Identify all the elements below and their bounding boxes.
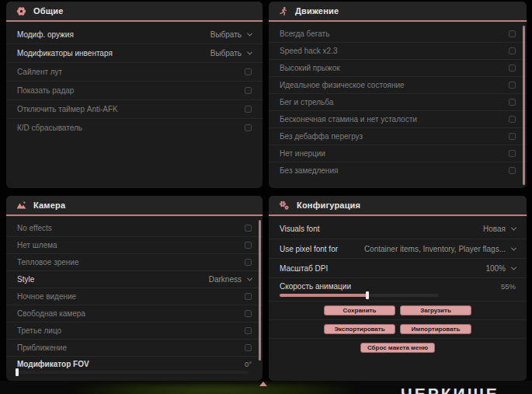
setting-label: К/D сбрасыватель — [17, 124, 82, 132]
game-background: ЧЕРКИШЕ — [0, 381, 532, 394]
checkbox[interactable] — [509, 82, 516, 89]
setting-row[interactable]: К/D сбрасыватель — [6, 118, 263, 137]
checkbox[interactable] — [245, 124, 252, 131]
slider-track[interactable] — [280, 294, 439, 297]
checkbox[interactable] — [509, 167, 516, 174]
checkbox[interactable] — [245, 259, 252, 266]
checkbox[interactable] — [245, 310, 252, 317]
dropdown-value: Darkness — [209, 275, 242, 284]
slider-label: Скорость анимации — [280, 282, 351, 291]
setting-row[interactable]: Отключить таймер Anti-AFK — [6, 99, 263, 118]
checkbox[interactable] — [245, 106, 252, 113]
setting-row[interactable]: Нет шлема — [6, 236, 263, 253]
setting-label: Сайлент лут — [17, 68, 62, 76]
setting-row[interactable]: Показать радар — [6, 81, 263, 99]
fov-slider-section: Модификатор FOV 0° — [6, 356, 263, 374]
setting-row[interactable]: Всегда бегать — [269, 25, 527, 42]
button-row: Экспортировать Импортировать — [269, 319, 527, 338]
reset-menu-layout-button[interactable]: Сброс макета меню — [360, 343, 435, 353]
checkbox[interactable] — [509, 150, 516, 157]
panel-title: Конфигурация — [297, 200, 360, 210]
panel-movement-header[interactable]: Движение — [269, 2, 527, 22]
load-button[interactable]: Загрузить — [400, 305, 471, 316]
checkbox[interactable] — [245, 68, 252, 75]
panel-general: Общие Модиф. оружия Выбрать Модификаторы… — [6, 2, 263, 188]
panel-title: Камера — [33, 200, 65, 210]
panel-title: Движение — [295, 6, 339, 16]
setting-label: Высокий прыжок — [280, 64, 340, 72]
dropdown[interactable]: Container items, Inventory, Player flags… — [364, 245, 516, 253]
checkbox[interactable] — [509, 65, 516, 71]
dropdown[interactable]: 100% — [485, 264, 516, 273]
dropdown-value: Новая — [483, 225, 506, 233]
setting-label: No effects — [17, 224, 52, 232]
chevron-down-icon — [511, 245, 516, 250]
setting-row[interactable]: Ночное видение — [6, 288, 263, 305]
drag-handle-icon[interactable] — [259, 382, 267, 386]
scrollbar[interactable] — [523, 26, 525, 185]
setting-row[interactable]: Масштаб DPI 100% — [269, 258, 527, 277]
panel-camera: Камера No effects Нет шлема Тепловое зре… — [6, 196, 263, 381]
save-button[interactable]: Сохранить — [324, 305, 395, 316]
setting-row[interactable]: Третье лицо — [6, 322, 263, 339]
setting-row[interactable]: Без дебаффа перегруз — [269, 127, 527, 145]
setting-row[interactable]: Высокий прыжок — [269, 59, 527, 76]
setting-row[interactable]: Свободная камера — [6, 305, 263, 322]
dropdown[interactable]: Новая — [483, 225, 516, 233]
checkbox[interactable] — [509, 99, 516, 106]
scrollbar[interactable] — [259, 220, 261, 361]
checkbox[interactable] — [245, 293, 252, 300]
dropdown[interactable]: Выбрать — [210, 49, 252, 58]
gears-icon — [279, 200, 290, 211]
setting-row[interactable]: Тепловое зрение — [6, 253, 263, 270]
slider-handle[interactable] — [16, 368, 19, 376]
setting-row[interactable]: Модиф. оружия Выбрать — [6, 25, 263, 44]
checkbox[interactable] — [245, 344, 252, 351]
checkbox[interactable] — [245, 87, 252, 94]
checkbox[interactable] — [509, 30, 516, 37]
panel-title: Общие — [33, 6, 64, 16]
dropdown-value: 100% — [485, 264, 506, 273]
checkbox[interactable] — [245, 327, 252, 334]
panel-camera-header[interactable]: Камера — [6, 196, 263, 216]
setting-row[interactable]: Модификаторы инвентаря Выбрать — [6, 44, 263, 62]
slider-fill — [280, 294, 367, 297]
dropdown[interactable]: Выбрать — [210, 30, 252, 39]
setting-label: Бесконечная стамина и нет усталости — [280, 115, 417, 124]
setting-label: Всегда бегать — [280, 30, 329, 38]
checkbox[interactable] — [245, 242, 252, 249]
setting-label: Отключить таймер Anti-AFK — [17, 105, 118, 113]
checkbox[interactable] — [509, 116, 516, 123]
panel-config-header[interactable]: Конфигурация — [269, 196, 527, 216]
setting-row[interactable]: Бег и стрельба — [269, 93, 527, 110]
setting-row[interactable]: Бесконечная стамина и нет усталости — [269, 110, 527, 127]
setting-row[interactable]: Visuals font Новая — [269, 219, 527, 239]
panel-config: Конфигурация Visuals font Новая Use pixe… — [269, 196, 527, 381]
import-button[interactable]: Импортировать — [400, 324, 471, 334]
setting-row[interactable]: Нет инерции — [269, 145, 527, 162]
checkbox[interactable] — [245, 225, 252, 232]
setting-row[interactable]: No effects — [6, 219, 263, 236]
slider-handle[interactable] — [366, 291, 369, 299]
background-text: ЧЕРКИШЕ — [401, 385, 499, 394]
slider-track[interactable] — [17, 371, 249, 374]
chevron-down-icon — [247, 276, 252, 281]
setting-label: Нет шлема — [17, 241, 57, 249]
setting-row[interactable]: Без замедления — [269, 162, 527, 179]
setting-row[interactable]: Идеальное физическое состояние — [269, 76, 527, 93]
setting-row[interactable]: Сайлент лут — [6, 62, 263, 81]
setting-label: Показать радар — [17, 86, 74, 95]
animation-speed-slider-section: Скорость анимации 55% — [269, 277, 527, 301]
slider-label: Модификатор FOV — [17, 360, 89, 368]
setting-row[interactable]: Use pixel font for Container items, Inve… — [269, 239, 527, 258]
panel-general-header[interactable]: Общие — [6, 2, 263, 22]
checkbox[interactable] — [509, 47, 516, 54]
button-row: Сброс макета меню — [269, 338, 527, 357]
dropdown[interactable]: Darkness — [209, 275, 252, 284]
setting-row[interactable]: Приближение — [6, 339, 263, 356]
setting-label: Тепловое зрение — [17, 258, 79, 267]
checkbox[interactable] — [509, 133, 516, 140]
setting-row[interactable]: Speed hack x2.3 — [269, 42, 527, 59]
export-button[interactable]: Экспортировать — [324, 324, 395, 334]
setting-row[interactable]: Style Darkness — [6, 270, 263, 288]
